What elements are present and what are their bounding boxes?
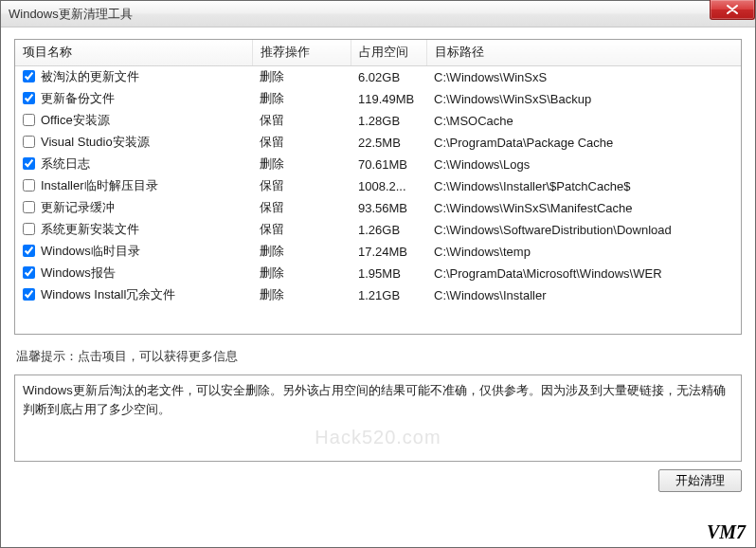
column-header-row: 项目名称 推荐操作 占用空间 目标路径: [15, 40, 741, 66]
item-action: 删除: [252, 284, 351, 306]
table-row[interactable]: 被淘汰的更新文件删除6.02GBC:\Windows\WinSxS: [15, 66, 741, 89]
item-size: 1.28GB: [351, 110, 426, 132]
item-name: Windows报告: [41, 265, 116, 280]
item-action: 保留: [252, 132, 351, 154]
table-row[interactable]: 系统更新安装文件保留1.26GBC:\Windows\SoftwareDistr…: [15, 219, 741, 241]
item-checkbox[interactable]: [23, 136, 35, 148]
item-name: Windows Install冗余文件: [41, 287, 175, 301]
item-name: Windows临时目录: [41, 244, 140, 258]
item-checkbox[interactable]: [23, 92, 35, 104]
item-path: C:\Windows\Logs: [426, 154, 741, 175]
app-window: Windows更新清理工具 项目名称 推荐操作 占用空间 目标路径: [0, 0, 756, 548]
item-action: 删除: [252, 66, 351, 89]
table-row[interactable]: 系统日志删除70.61MBC:\Windows\Logs: [15, 154, 741, 175]
item-action: 删除: [252, 263, 351, 284]
item-checkbox[interactable]: [23, 70, 35, 82]
table-row[interactable]: Windows临时目录删除17.24MBC:\Windows\temp: [15, 241, 741, 263]
item-action: 保留: [252, 219, 351, 241]
close-button[interactable]: [710, 0, 755, 20]
item-checkbox[interactable]: [23, 157, 35, 170]
item-path: C:\Windows\WinSxS\Backup: [426, 88, 741, 110]
item-name: Office安装源: [41, 113, 110, 127]
item-checkbox[interactable]: [23, 223, 35, 235]
item-action: 保留: [252, 197, 351, 219]
item-size: 6.02GB: [351, 66, 426, 89]
window-title: Windows更新清理工具: [9, 6, 133, 23]
item-size: 93.56MB: [351, 197, 426, 219]
column-header-name[interactable]: 项目名称: [15, 40, 252, 66]
item-path: C:\Windows\Installer\$PatchCache$: [426, 175, 741, 197]
item-path: C:\ProgramData\Microsoft\Windows\WER: [426, 263, 741, 284]
table-row[interactable]: Office安装源保留1.28GBC:\MSOCache: [15, 110, 741, 132]
vm-label: VM7: [707, 521, 746, 543]
description-panel: Windows更新后淘汰的老文件，可以安全删除。另外该占用空间的结果可能不准确，…: [14, 374, 742, 462]
close-icon: [727, 5, 738, 14]
item-checkbox[interactable]: [23, 114, 35, 126]
item-name: 被淘汰的更新文件: [41, 69, 139, 83]
item-size: 119.49MB: [351, 88, 426, 110]
table-row[interactable]: 更新记录缓冲保留93.56MBC:\Windows\WinSxS\Manifes…: [15, 197, 741, 219]
items-listview: 项目名称 推荐操作 占用空间 目标路径 被淘汰的更新文件删除6.02GBC:\W…: [15, 40, 741, 306]
item-path: C:\Windows\Installer: [426, 284, 741, 306]
item-size: 1.95MB: [351, 263, 426, 284]
item-name: 系统日志: [41, 156, 90, 171]
start-clean-button[interactable]: 开始清理: [658, 469, 742, 492]
item-checkbox[interactable]: [23, 201, 35, 213]
item-path: C:\Windows\SoftwareDistribution\Download: [426, 219, 741, 241]
item-name: 系统更新安装文件: [41, 222, 139, 236]
table-row[interactable]: Windows报告删除1.95MBC:\ProgramData\Microsof…: [15, 263, 741, 284]
item-checkbox[interactable]: [23, 288, 35, 301]
table-row[interactable]: 更新备份文件删除119.49MBC:\Windows\WinSxS\Backup: [15, 88, 741, 110]
item-path: C:\ProgramData\Package Cache: [426, 132, 741, 154]
item-name: Installer临时解压目录: [41, 178, 158, 192]
column-header-path[interactable]: 目标路径: [426, 40, 741, 66]
table-row[interactable]: Installer临时解压目录保留1008.2...C:\Windows\Ins…: [15, 175, 741, 197]
item-name: 更新备份文件: [41, 91, 115, 105]
description-text: Windows更新后淘汰的老文件，可以安全删除。另外该占用空间的结果可能不准确，…: [23, 383, 726, 416]
item-size: 17.24MB: [351, 241, 426, 263]
footer: 开始清理: [14, 469, 742, 492]
item-action: 删除: [252, 88, 351, 110]
item-path: C:\Windows\WinSxS\ManifestCache: [426, 197, 741, 219]
item-size: 1.21GB: [351, 284, 426, 306]
column-header-action[interactable]: 推荐操作: [252, 40, 351, 66]
item-size: 70.61MB: [351, 154, 426, 175]
item-path: C:\Windows\temp: [426, 241, 741, 263]
item-checkbox[interactable]: [23, 245, 35, 257]
item-path: C:\MSOCache: [426, 110, 741, 132]
item-action: 删除: [252, 154, 351, 175]
table-row[interactable]: Windows Install冗余文件删除1.21GBC:\Windows\In…: [15, 284, 741, 306]
item-action: 保留: [252, 175, 351, 197]
item-action: 删除: [252, 241, 351, 263]
item-checkbox[interactable]: [23, 179, 35, 192]
item-size: 1008.2...: [351, 175, 426, 197]
column-header-size[interactable]: 占用空间: [351, 40, 426, 66]
content-area: 项目名称 推荐操作 占用空间 目标路径 被淘汰的更新文件删除6.02GBC:\W…: [1, 27, 755, 547]
watermark-text: Hack520.com: [15, 423, 741, 451]
table-row[interactable]: Visual Studio安装源保留22.5MBC:\ProgramData\P…: [15, 132, 741, 154]
item-action: 保留: [252, 110, 351, 132]
item-name: 更新记录缓冲: [41, 200, 115, 214]
hint-text: 温馨提示：点击项目，可以获得更多信息: [14, 344, 742, 369]
item-size: 1.26GB: [351, 219, 426, 241]
item-checkbox[interactable]: [23, 266, 35, 279]
items-list-panel: 项目名称 推荐操作 占用空间 目标路径 被淘汰的更新文件删除6.02GBC:\W…: [14, 39, 742, 335]
titlebar: Windows更新清理工具: [1, 1, 755, 27]
item-size: 22.5MB: [351, 132, 426, 154]
item-name: Visual Studio安装源: [41, 135, 150, 149]
item-path: C:\Windows\WinSxS: [426, 66, 741, 89]
